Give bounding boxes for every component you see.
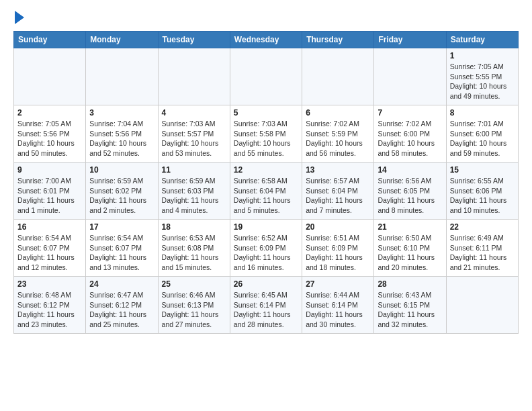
calendar-cell: 20Sunrise: 6:51 AM Sunset: 6:09 PM Dayli… [302, 220, 374, 277]
day-number: 6 [306, 108, 370, 118]
day-number: 11 [162, 165, 226, 175]
day-number: 13 [306, 165, 370, 175]
day-number: 12 [234, 165, 298, 175]
day-info: Sunrise: 6:52 AM Sunset: 6:09 PM Dayligh… [234, 233, 298, 273]
day-info: Sunrise: 6:59 AM Sunset: 6:02 PM Dayligh… [89, 176, 154, 216]
calendar-cell: 24Sunrise: 6:47 AM Sunset: 6:12 PM Dayli… [86, 277, 158, 334]
weekday-header-wednesday: Wednesday [230, 32, 302, 48]
calendar-cell: 14Sunrise: 6:56 AM Sunset: 6:05 PM Dayli… [374, 163, 446, 220]
day-info: Sunrise: 6:54 AM Sunset: 6:07 PM Dayligh… [17, 233, 82, 273]
day-number: 5 [234, 108, 298, 118]
calendar-cell: 23Sunrise: 6:48 AM Sunset: 6:12 PM Dayli… [14, 277, 86, 334]
weekday-header-monday: Monday [86, 32, 158, 48]
calendar-cell: 4Sunrise: 7:03 AM Sunset: 5:57 PM Daylig… [158, 105, 230, 163]
day-number: 10 [89, 165, 154, 175]
calendar-cell: 21Sunrise: 6:50 AM Sunset: 6:10 PM Dayli… [374, 220, 446, 277]
calendar-cell: 6Sunrise: 7:02 AM Sunset: 5:59 PM Daylig… [302, 105, 374, 163]
calendar-cell: 19Sunrise: 6:52 AM Sunset: 6:09 PM Dayli… [230, 220, 302, 277]
calendar-cell [158, 48, 230, 105]
day-info: Sunrise: 6:43 AM Sunset: 6:15 PM Dayligh… [378, 290, 442, 330]
day-number: 16 [17, 222, 82, 232]
day-number: 26 [234, 279, 298, 289]
weekday-header-thursday: Thursday [302, 32, 374, 48]
logo-arrow-icon [15, 11, 24, 24]
day-info: Sunrise: 7:05 AM Sunset: 5:55 PM Dayligh… [450, 62, 515, 101]
calendar-cell: 11Sunrise: 6:59 AM Sunset: 6:03 PM Dayli… [158, 163, 230, 220]
calendar-cell: 9Sunrise: 7:00 AM Sunset: 6:01 PM Daylig… [14, 163, 86, 220]
day-info: Sunrise: 6:44 AM Sunset: 6:14 PM Dayligh… [306, 290, 370, 330]
calendar-cell: 2Sunrise: 7:05 AM Sunset: 5:56 PM Daylig… [14, 105, 86, 163]
calendar-cell [374, 48, 446, 105]
calendar-cell: 18Sunrise: 6:53 AM Sunset: 6:08 PM Dayli… [158, 220, 230, 277]
day-number: 23 [17, 279, 82, 289]
calendar-cell: 8Sunrise: 7:01 AM Sunset: 6:00 PM Daylig… [446, 105, 518, 163]
day-info: Sunrise: 6:48 AM Sunset: 6:12 PM Dayligh… [17, 290, 82, 330]
day-info: Sunrise: 7:02 AM Sunset: 6:00 PM Dayligh… [378, 119, 442, 158]
day-number: 3 [89, 108, 154, 118]
day-info: Sunrise: 6:50 AM Sunset: 6:10 PM Dayligh… [378, 233, 442, 273]
calendar-cell: 28Sunrise: 6:43 AM Sunset: 6:15 PM Dayli… [374, 277, 446, 334]
weekday-header-sunday: Sunday [14, 32, 86, 48]
weekday-header-tuesday: Tuesday [158, 32, 230, 48]
day-info: Sunrise: 6:46 AM Sunset: 6:13 PM Dayligh… [162, 290, 226, 330]
day-info: Sunrise: 7:03 AM Sunset: 5:58 PM Dayligh… [234, 119, 298, 158]
day-number: 27 [306, 279, 370, 289]
day-number: 24 [89, 279, 154, 289]
day-info: Sunrise: 6:56 AM Sunset: 6:05 PM Dayligh… [378, 176, 442, 216]
calendar-cell: 22Sunrise: 6:49 AM Sunset: 6:11 PM Dayli… [446, 220, 518, 277]
calendar-cell: 13Sunrise: 6:57 AM Sunset: 6:04 PM Dayli… [302, 163, 374, 220]
day-number: 22 [450, 222, 515, 232]
calendar-cell [446, 277, 518, 334]
day-number: 9 [17, 165, 82, 175]
calendar-cell: 15Sunrise: 6:55 AM Sunset: 6:06 PM Dayli… [446, 163, 518, 220]
calendar-cell: 12Sunrise: 6:58 AM Sunset: 6:04 PM Dayli… [230, 163, 302, 220]
day-info: Sunrise: 7:03 AM Sunset: 5:57 PM Dayligh… [162, 119, 226, 158]
calendar-cell: 17Sunrise: 6:54 AM Sunset: 6:07 PM Dayli… [86, 220, 158, 277]
day-number: 17 [89, 222, 154, 232]
calendar-week-row: 23Sunrise: 6:48 AM Sunset: 6:12 PM Dayli… [14, 277, 519, 334]
weekday-header-saturday: Saturday [446, 32, 518, 48]
day-number: 18 [162, 222, 226, 232]
calendar-cell [86, 48, 158, 105]
day-info: Sunrise: 6:47 AM Sunset: 6:12 PM Dayligh… [89, 290, 154, 330]
day-info: Sunrise: 6:59 AM Sunset: 6:03 PM Dayligh… [162, 176, 226, 216]
day-info: Sunrise: 6:55 AM Sunset: 6:06 PM Dayligh… [450, 176, 515, 216]
calendar-cell: 7Sunrise: 7:02 AM Sunset: 6:00 PM Daylig… [374, 105, 446, 163]
logo-text [13, 11, 24, 24]
calendar-cell: 5Sunrise: 7:03 AM Sunset: 5:58 PM Daylig… [230, 105, 302, 163]
day-info: Sunrise: 7:01 AM Sunset: 6:00 PM Dayligh… [450, 119, 515, 158]
day-number: 8 [450, 108, 515, 118]
day-number: 15 [450, 165, 515, 175]
calendar-cell: 10Sunrise: 6:59 AM Sunset: 6:02 PM Dayli… [86, 163, 158, 220]
calendar-table: SundayMondayTuesdayWednesdayThursdayFrid… [13, 31, 519, 334]
day-info: Sunrise: 6:57 AM Sunset: 6:04 PM Dayligh… [306, 176, 370, 216]
day-info: Sunrise: 7:04 AM Sunset: 5:56 PM Dayligh… [89, 119, 154, 158]
day-number: 21 [378, 222, 442, 232]
calendar-cell: 26Sunrise: 6:45 AM Sunset: 6:14 PM Dayli… [230, 277, 302, 334]
weekday-header-friday: Friday [374, 32, 446, 48]
calendar-cell: 16Sunrise: 6:54 AM Sunset: 6:07 PM Dayli… [14, 220, 86, 277]
calendar-cell: 25Sunrise: 6:46 AM Sunset: 6:13 PM Dayli… [158, 277, 230, 334]
day-info: Sunrise: 6:53 AM Sunset: 6:08 PM Dayligh… [162, 233, 226, 273]
day-info: Sunrise: 6:54 AM Sunset: 6:07 PM Dayligh… [89, 233, 154, 273]
day-number: 2 [17, 108, 82, 118]
calendar-header-row: SundayMondayTuesdayWednesdayThursdayFrid… [14, 32, 519, 48]
calendar-cell [230, 48, 302, 105]
calendar-cell: 1Sunrise: 7:05 AM Sunset: 5:55 PM Daylig… [446, 48, 518, 105]
logo [13, 11, 24, 24]
day-info: Sunrise: 6:51 AM Sunset: 6:09 PM Dayligh… [306, 233, 370, 273]
calendar-cell: 3Sunrise: 7:04 AM Sunset: 5:56 PM Daylig… [86, 105, 158, 163]
day-number: 1 [450, 51, 515, 60]
calendar-cell [14, 48, 86, 105]
day-info: Sunrise: 7:05 AM Sunset: 5:56 PM Dayligh… [17, 119, 82, 158]
day-number: 14 [378, 165, 442, 175]
day-info: Sunrise: 6:45 AM Sunset: 6:14 PM Dayligh… [234, 290, 298, 330]
day-info: Sunrise: 6:49 AM Sunset: 6:11 PM Dayligh… [450, 233, 515, 273]
page: SundayMondayTuesdayWednesdayThursdayFrid… [0, 0, 532, 345]
calendar-cell: 27Sunrise: 6:44 AM Sunset: 6:14 PM Dayli… [302, 277, 374, 334]
day-info: Sunrise: 7:02 AM Sunset: 5:59 PM Dayligh… [306, 119, 370, 158]
day-number: 20 [306, 222, 370, 232]
day-number: 7 [378, 108, 442, 118]
day-info: Sunrise: 7:00 AM Sunset: 6:01 PM Dayligh… [17, 176, 82, 216]
calendar-week-row: 2Sunrise: 7:05 AM Sunset: 5:56 PM Daylig… [14, 105, 519, 163]
